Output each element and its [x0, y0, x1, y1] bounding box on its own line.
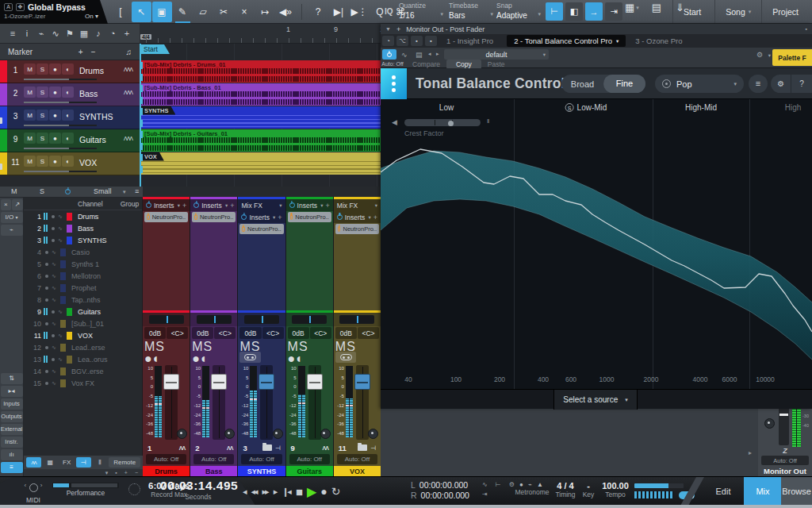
- audio-clip[interactable]: [Sub-Mix] Debris - Bass_01: [140, 83, 381, 106]
- channel-name[interactable]: Lead..erse: [71, 344, 105, 352]
- tool-button[interactable]: ◀»: [276, 2, 296, 22]
- bus-io-toggle[interactable]: [335, 352, 356, 363]
- mute-all-button[interactable]: M: [11, 187, 17, 195]
- gain-value[interactable]: 0dB: [192, 327, 213, 339]
- pan-value[interactable]: <C>: [214, 327, 236, 339]
- playhead[interactable]: [140, 44, 141, 187]
- tool-button[interactable]: ▣: [152, 2, 172, 22]
- crest-factor-slider[interactable]: [404, 119, 481, 126]
- strip-name-tag[interactable]: Drums: [143, 466, 190, 476]
- gain-value[interactable]: 0dB: [335, 327, 357, 339]
- tool-button[interactable]: ×: [235, 2, 255, 22]
- channel-row[interactable]: 4 ∿ Casio: [24, 246, 142, 258]
- pan-value[interactable]: <C>: [167, 327, 188, 339]
- inserts-power-icon[interactable]: [337, 214, 343, 220]
- page-nav-button[interactable]: Song▾: [714, 0, 761, 23]
- band-section-label[interactable]: High-Mid: [685, 103, 717, 112]
- band-section-label[interactable]: Low: [439, 103, 454, 112]
- monitor-fader[interactable]: [779, 404, 789, 445]
- track-toolbar-icon[interactable]: ⚑: [63, 29, 77, 39]
- track-toolbar-icon[interactable]: +: [120, 29, 134, 38]
- add-insert-button[interactable]: +: [326, 202, 330, 210]
- target-dropdown[interactable]: Pop ▾: [655, 75, 744, 93]
- track-buttons[interactable]: MS●◐: [24, 110, 74, 121]
- view-button[interactable]: ▦▾: [625, 2, 639, 13]
- filter-instrument-button[interactable]: ▦: [43, 457, 58, 468]
- compare-button[interactable]: Compare: [412, 60, 440, 68]
- track-name[interactable]: Bass: [79, 89, 98, 98]
- pan-control[interactable]: [334, 313, 381, 326]
- list-icon[interactable]: ≡: [135, 187, 139, 195]
- transport-button[interactable]: ▸: [274, 487, 277, 497]
- channel-row[interactable]: 11 ∿ VOX: [24, 329, 142, 341]
- channel-row[interactable]: 8 ∿ Tap..nths: [24, 294, 142, 306]
- pan-value[interactable]: <C>: [310, 327, 331, 339]
- track-volume-slider[interactable]: [24, 79, 97, 80]
- timebase-dropdown[interactable]: Timebase Bars▾: [449, 2, 493, 22]
- mix-view-button[interactable]: Mix: [744, 477, 782, 506]
- inserts-power-icon[interactable]: [146, 202, 151, 208]
- audio-clip[interactable]: VOX: [140, 152, 381, 175]
- loop-range-display[interactable]: L00:00:00.000 R00:00:00.000: [411, 480, 469, 501]
- tool-button[interactable]: ✂: [214, 2, 234, 22]
- page-nav-button[interactable]: Project: [761, 0, 812, 23]
- tool-button[interactable]: [: [111, 2, 131, 22]
- insert-plugin-slot[interactable]: NeutronPro..: [288, 212, 331, 222]
- metering-z-icon[interactable]: Z: [758, 447, 812, 455]
- track-volume-slider[interactable]: [24, 125, 97, 126]
- channel-name[interactable]: Bass: [78, 225, 94, 233]
- channel-row[interactable]: 5 ∿ Synths 1: [24, 258, 142, 270]
- band-section-label[interactable]: High: [785, 103, 802, 112]
- next-preset-icon[interactable]: ▸: [436, 51, 439, 57]
- track-header[interactable]: 9 MS●◐ Guitars ΛΛΛ: [0, 129, 140, 152]
- insert-plugin-slot[interactable]: NeutronPro..: [144, 212, 188, 222]
- fader-cap[interactable]: [307, 374, 323, 390]
- pan-control[interactable]: [286, 313, 333, 326]
- cue-knob[interactable]: [177, 429, 187, 439]
- channel-row[interactable]: 3 ∿ SYNTHS: [24, 234, 142, 246]
- channel-row[interactable]: 13 ∿ Lea..orus: [24, 353, 142, 365]
- track-toolbar-icon[interactable]: i: [20, 29, 34, 38]
- plugin-tab[interactable]: 2 - Tonal Balance Control Pro ▾: [507, 35, 626, 47]
- track-name[interactable]: Guitars: [79, 135, 106, 144]
- track-volume-slider[interactable]: [24, 148, 97, 149]
- quantize-dropdown[interactable]: Quantize 1/16▾: [399, 2, 443, 22]
- strip-name-tag[interactable]: SYNTHS: [238, 466, 285, 476]
- channel-name[interactable]: [Sub..]_01: [71, 320, 104, 328]
- inserts-header[interactable]: Inserts ▾ +: [190, 199, 237, 211]
- track-buttons[interactable]: MS●◐: [24, 156, 74, 167]
- channel-name[interactable]: VOX: [78, 332, 93, 340]
- channel-row[interactable]: 9 ∿ Guitars: [24, 306, 142, 318]
- pan-control[interactable]: [238, 313, 285, 326]
- plugin-power-icon[interactable]: [290, 214, 293, 220]
- inserts-power-icon[interactable]: [193, 202, 199, 208]
- add-insert-button[interactable]: +: [278, 214, 282, 221]
- settings-gear-icon[interactable]: ⚙: [771, 75, 791, 93]
- pan-value[interactable]: <C>: [358, 327, 379, 339]
- tool-button[interactable]: ▶|: [329, 2, 349, 22]
- audio-clip[interactable]: SYNTHS: [140, 106, 381, 129]
- lock-icon[interactable]: ▪: [115, 470, 117, 475]
- track-toolbar-icon[interactable]: ♪: [91, 29, 105, 38]
- chevron-down-icon[interactable]: ▾: [105, 470, 109, 476]
- track-toolbar-icon[interactable]: ≡: [6, 29, 20, 38]
- expand-icon[interactable]: ▸◂: [1, 386, 23, 397]
- start-marker-flag[interactable]: Start: [141, 44, 170, 54]
- channel-name[interactable]: Mellotron: [71, 272, 101, 280]
- mixfx-header[interactable]: Mix FX▾: [334, 199, 381, 211]
- strip-name-tag[interactable]: VOX: [334, 466, 381, 476]
- snap-mode-button[interactable]: ⊢: [546, 2, 563, 21]
- channel-row[interactable]: 2 ∿ Bass: [24, 222, 142, 234]
- panel-expand-arrow[interactable]: ▸: [749, 449, 752, 456]
- plugin-power-icon[interactable]: [242, 226, 245, 232]
- channel-name[interactable]: SYNTHS: [78, 237, 107, 244]
- track-toolbar-icon[interactable]: ◔: [105, 29, 120, 38]
- track-buttons[interactable]: MS●◐: [24, 133, 74, 144]
- channel-name[interactable]: BGV..erse: [71, 368, 104, 375]
- audio-clip[interactable]: [Sub-Mix] Debris - Drums_01: [140, 60, 381, 83]
- filter-fx-button[interactable]: FX: [59, 457, 75, 468]
- plugin-tab-tool-icon[interactable]: ◔: [382, 36, 394, 46]
- fader-cap[interactable]: [211, 374, 227, 390]
- strip-name-tag[interactable]: Bass: [190, 466, 237, 476]
- pan-value[interactable]: <C>: [262, 327, 284, 339]
